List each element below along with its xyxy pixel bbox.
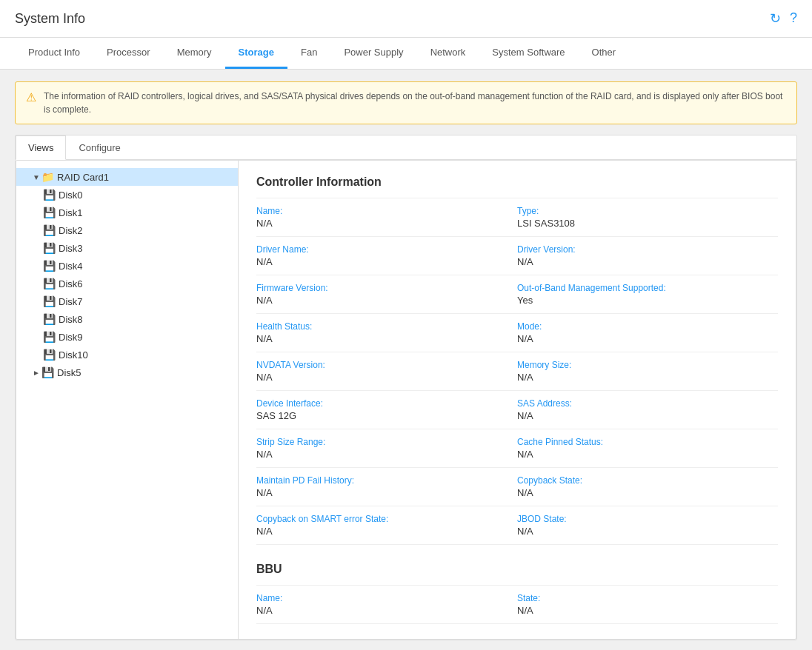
info-item-driver-name: Driver Name: N/A [256,243,517,269]
info-row-7: Maintain PD Fail History: N/A Copyback S… [256,468,778,506]
info-item-maintain-pd-fail: Maintain PD Fail History: N/A [256,474,517,500]
bbu-section-title: BBU [256,563,778,576]
tree-label-disk1: Disk1 [59,207,83,218]
value-cache-pinned-status: N/A [517,449,778,460]
value-driver-version: N/A [517,256,778,267]
info-item-oob-mgmt: Out-of-Band Management Supported: Yes [517,281,778,307]
tree-label-disk4: Disk4 [59,261,83,272]
value-copyback-smart: N/A [256,526,517,537]
info-item-driver-version: Driver Version: N/A [517,243,778,269]
tree-node-disk5[interactable]: ► 💾 Disk5 [16,363,238,381]
tree-node-disk0[interactable]: 💾 Disk0 [16,186,238,204]
page-title: System Info [15,11,85,27]
info-item-name: Name: N/A [256,204,517,230]
tree-node-disk7[interactable]: 💾 Disk7 [16,292,238,310]
value-type: LSI SAS3108 [517,218,778,229]
tree-node-disk9[interactable]: 💾 Disk9 [16,328,238,346]
tree-panel: ▼ 📁 RAID Card1 💾 Disk0 💾 Disk1 💾 Disk2 [16,161,239,639]
label-firmware-version: Firmware Version: [256,283,517,293]
value-device-interface: SAS 12G [256,410,517,421]
tree-node-disk3[interactable]: 💾 Disk3 [16,239,238,257]
label-strip-size-range: Strip Size Range: [256,437,517,447]
value-strip-size-range: N/A [256,449,517,460]
tab-processor[interactable]: Processor [93,38,164,69]
tree-expand-icon[interactable]: ▼ [31,172,41,182]
info-row-5: Device Interface: SAS 12G SAS Address: N… [256,391,778,429]
tree-label-disk3: Disk3 [59,243,83,254]
header-icons: ↻ ? [770,10,797,27]
warning-box: ⚠ The information of RAID controllers, l… [15,81,797,124]
info-item-mode: Mode: N/A [517,320,778,346]
tab-fan[interactable]: Fan [287,38,330,69]
tree-label-disk0: Disk0 [59,190,83,201]
value-health-status: N/A [256,333,517,344]
info-row-6: Strip Size Range: N/A Cache Pinned Statu… [256,429,778,468]
refresh-icon[interactable]: ↻ [770,10,781,27]
tree-label-disk2: Disk2 [59,225,83,236]
raid-card-icon: 📁 [41,171,54,183]
label-bbu-name: Name: [256,593,517,603]
label-driver-name: Driver Name: [256,244,517,255]
tab-network[interactable]: Network [417,38,479,69]
label-jbod-state: JBOD State: [517,514,778,524]
value-mode: N/A [517,333,778,344]
tab-system-software[interactable]: System Software [479,38,578,69]
info-item-strip-size-range: Strip Size Range: N/A [256,435,517,461]
value-jbod-state: N/A [517,526,778,537]
tree-node-disk10[interactable]: 💾 Disk10 [16,346,238,363]
info-item-memory-size: Memory Size: N/A [517,358,778,384]
tree-node-disk1[interactable]: 💾 Disk1 [16,204,238,221]
tree-node-disk2[interactable]: 💾 Disk2 [16,221,238,239]
value-bbu-state: N/A [517,605,778,616]
info-row-3: Health Status: N/A Mode: N/A [256,314,778,352]
value-bbu-name: N/A [256,605,517,616]
info-item-cache-pinned-status: Cache Pinned Status: N/A [517,435,778,461]
disk-icon: 💾 [43,349,56,361]
info-row-4: NVDATA Version: N/A Memory Size: N/A [256,352,778,391]
inner-tab-configure[interactable]: Configure [66,135,133,160]
bbu-section: BBU Name: N/A State: N/A [256,563,778,624]
label-memory-size: Memory Size: [517,360,778,370]
value-oob-mgmt: Yes [517,295,778,306]
help-icon[interactable]: ? [790,10,797,27]
info-row-8: Copyback on SMART error State: N/A JBOD … [256,506,778,545]
tree-label-disk7: Disk7 [59,296,83,307]
tree-node-disk4[interactable]: 💾 Disk4 [16,257,238,275]
tree-expand-icon-disk5[interactable]: ► [31,367,41,378]
tree-node-disk8[interactable]: 💾 Disk8 [16,310,238,328]
value-memory-size: N/A [517,372,778,383]
label-copyback-state: Copyback State: [517,475,778,486]
tree-node-disk6[interactable]: 💾 Disk6 [16,275,238,292]
tab-memory[interactable]: Memory [164,38,225,69]
tab-power-supply[interactable]: Power Supply [330,38,416,69]
main-tabs-bar: Product Info Processor Memory Storage Fa… [0,38,812,70]
tree-label-disk5: Disk5 [57,367,81,378]
header: System Info ↻ ? [0,0,812,38]
label-health-status: Health Status: [256,321,517,332]
content-area: ⚠ The information of RAID controllers, l… [0,70,812,650]
info-row-0: Name: N/A Type: LSI SAS3108 [256,198,778,237]
label-sas-address: SAS Address: [517,398,778,409]
label-copyback-smart: Copyback on SMART error State: [256,514,517,524]
tree-label-disk6: Disk6 [59,278,83,289]
disk-icon: 💾 [43,260,56,272]
detail-panel: Controller Information Name: N/A Type: L… [239,161,796,639]
controller-section-title: Controller Information [256,175,778,189]
tab-other[interactable]: Other [579,38,630,69]
value-name: N/A [256,218,517,229]
info-item-device-interface: Device Interface: SAS 12G [256,397,517,423]
value-driver-name: N/A [256,256,517,267]
label-nvdata-version: NVDATA Version: [256,360,517,370]
label-type: Type: [517,206,778,216]
label-maintain-pd-fail: Maintain PD Fail History: [256,475,517,486]
disk-icon: 💾 [43,189,56,201]
value-firmware-version: N/A [256,295,517,306]
tree-node-raid-card1[interactable]: ▼ 📁 RAID Card1 [16,168,238,186]
info-item-bbu-state: State: N/A [517,592,778,617]
info-item-nvdata-version: NVDATA Version: N/A [256,358,517,384]
info-item-copyback-state: Copyback State: N/A [517,474,778,500]
tab-storage[interactable]: Storage [225,38,287,69]
inner-tab-views[interactable]: Views [16,135,66,160]
tab-product-info[interactable]: Product Info [15,38,93,69]
tree-label-raid-card1: RAID Card1 [57,172,109,183]
